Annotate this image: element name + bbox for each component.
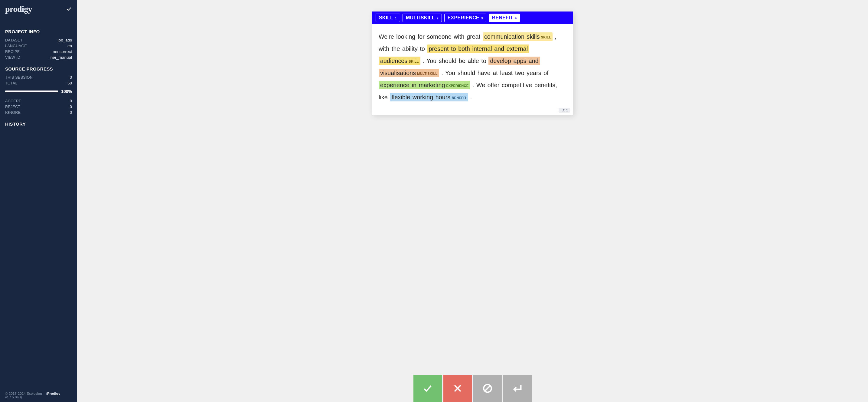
task-text[interactable]: We're looking for someone with great com… [372, 24, 573, 108]
count-value: 0 [69, 99, 72, 103]
count-row: IGNORE0 [5, 110, 72, 115]
progress-percent: 100% [61, 89, 72, 94]
check-icon [423, 383, 433, 394]
ban-icon [483, 383, 493, 394]
app-name: Prodigy [47, 392, 61, 395]
project-info-key: DATASET [5, 38, 23, 42]
progress-total-label: TOTAL [5, 81, 18, 85]
progress-session-label: THIS SESSION [5, 76, 33, 80]
sidebar: prodigy PROJECT INFO DATASETjob_adsLANGU… [0, 0, 77, 402]
progress-total-row: TOTAL 50 [5, 80, 72, 86]
ner-span[interactable]: experience in marketingEXPERIENCE [379, 81, 470, 89]
label-chip-name: MULTISKILL [406, 15, 435, 21]
progress-bar-fill [5, 90, 58, 92]
ner-span-text: flexible working hours [391, 94, 450, 100]
ner-span-text: experience in marketing [380, 82, 445, 88]
ner-span-tag: EXPERIENCE [446, 84, 468, 87]
version-text: v1.15.0a3) [5, 395, 22, 399]
copyright-text: © 2017-2024 Explosion [5, 392, 42, 395]
progress-total-value: 50 [67, 81, 72, 85]
count-label: ACCEPT [5, 99, 21, 103]
label-selector-bar: SKILL1MULTISKILL2EXPERIENCE3BENEFIT4 [372, 11, 573, 24]
project-info-key: LANGUAGE [5, 44, 27, 48]
reject-button[interactable] [443, 375, 472, 402]
action-bar [413, 375, 532, 402]
task-card-footer: ID: 1 [372, 108, 573, 115]
project-info-value: en [67, 44, 72, 48]
main-area: SKILL1MULTISKILL2EXPERIENCE3BENEFIT4 We'… [77, 0, 868, 402]
project-info-heading: PROJECT INFO [5, 29, 72, 34]
count-label: REJECT [5, 105, 20, 109]
count-row: REJECT0 [5, 104, 72, 110]
project-info-row: LANGUAGEen [5, 43, 72, 49]
label-chip-benefit[interactable]: BENEFIT4 [489, 13, 520, 22]
save-status-icon [66, 6, 72, 12]
undo-button[interactable] [503, 375, 532, 402]
project-info-key: VIEW ID [5, 55, 20, 60]
version-prefix: ( [45, 392, 47, 395]
project-info-list: DATASETjob_adsLANGUAGEenRECIPEner.correc… [5, 37, 72, 60]
history-heading: HISTORY [5, 121, 72, 126]
task-id-value: 1 [566, 108, 568, 112]
label-chip-name: BENEFIT [492, 15, 513, 21]
label-chip-name: EXPERIENCE [447, 15, 479, 21]
task-id-badge: ID: 1 [559, 108, 570, 113]
progress-session-value: 0 [69, 75, 72, 80]
ner-span-tag: SKILL [541, 35, 551, 39]
project-info-value: ner.correct [53, 49, 72, 54]
ner-span-tag: MULTISKILL [417, 72, 438, 76]
label-chip-hotkey: 3 [481, 17, 483, 20]
label-chip-hotkey: 1 [395, 17, 397, 20]
project-info-row: VIEW IDner_manual [5, 55, 72, 60]
sidebar-footer: © 2017-2024 Explosion (Prodigy v1.15.0a3… [5, 392, 72, 399]
label-chip-name: SKILL [379, 15, 393, 21]
count-value: 0 [69, 105, 72, 109]
ner-span-text: communication skills [484, 33, 540, 40]
task-card: SKILL1MULTISKILL2EXPERIENCE3BENEFIT4 We'… [372, 11, 573, 115]
label-chip-experience[interactable]: EXPERIENCE3 [444, 13, 486, 22]
count-value: 0 [69, 110, 72, 115]
task-id-label: ID: [561, 108, 565, 112]
x-icon [453, 383, 463, 394]
label-chip-hotkey: 2 [437, 17, 438, 20]
ner-span[interactable]: communication skillsSKILL [483, 32, 553, 41]
ignore-button[interactable] [473, 375, 502, 402]
label-chip-hotkey: 4 [515, 17, 517, 20]
count-row: ACCEPT0 [5, 98, 72, 104]
ner-span-tag: SKILL [409, 60, 418, 63]
project-info-value: job_ads [58, 38, 72, 42]
return-icon [512, 383, 523, 394]
progress-bar [5, 90, 58, 92]
label-chip-multiskill[interactable]: MULTISKILL2 [403, 13, 442, 22]
ner-span[interactable]: flexible working hoursBENEFIT [390, 93, 468, 102]
project-info-key: RECIPE [5, 50, 20, 54]
count-label: IGNORE [5, 111, 21, 115]
sidebar-header: prodigy [5, 4, 72, 14]
accept-button[interactable] [413, 375, 442, 402]
progress-session-row: THIS SESSION 0 [5, 75, 72, 80]
project-info-row: RECIPEner.correct [5, 49, 72, 55]
source-progress-heading: SOURCE PROGRESS [5, 66, 72, 71]
counts-list: ACCEPT0REJECT0IGNORE0 [5, 98, 72, 115]
project-info-value: ner_manual [51, 55, 72, 60]
svg-line-3 [485, 386, 490, 391]
project-info-row: DATASETjob_ads [5, 37, 72, 43]
label-chip-skill[interactable]: SKILL1 [376, 13, 400, 22]
ner-span-tag: BENEFIT [452, 96, 466, 99]
progress-bar-wrap: 100% [5, 89, 72, 94]
logo: prodigy [5, 4, 32, 14]
